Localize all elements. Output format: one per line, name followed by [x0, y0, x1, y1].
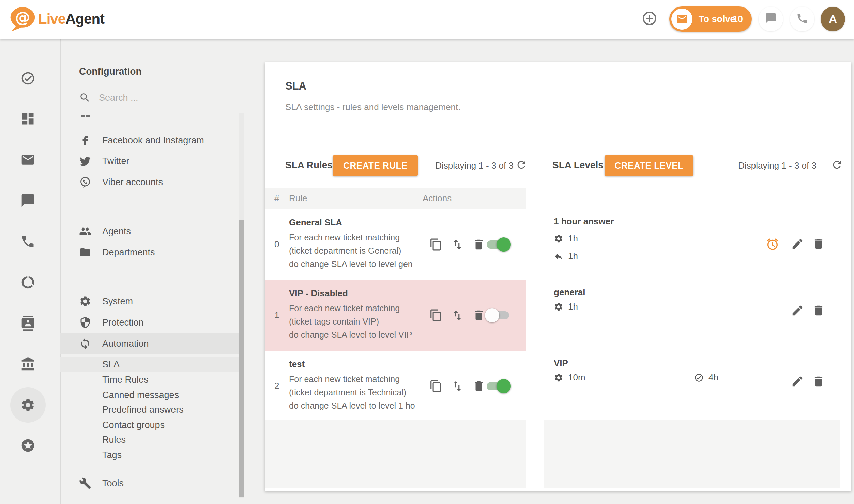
- delete-level-button[interactable]: [812, 375, 825, 388]
- rule-description-line: (ticket department is General): [289, 244, 423, 257]
- edit-level-button[interactable]: [791, 304, 804, 317]
- config-search-input[interactable]: [98, 90, 236, 106]
- config-item-contact-groups[interactable]: Contact groups: [60, 418, 239, 432]
- config-item-viber-accounts[interactable]: Viber accounts: [60, 172, 239, 192]
- configuration-title: Configuration: [79, 66, 142, 77]
- create-rule-button[interactable]: CREATE RULE: [333, 155, 418, 176]
- reorder-rule-button[interactable]: [451, 309, 464, 322]
- config-item-time-rules[interactable]: Time Rules: [60, 372, 239, 387]
- rail-chat-icon[interactable]: [20, 193, 35, 208]
- config-item-system[interactable]: System: [60, 291, 239, 312]
- rail-dashboard-icon[interactable]: [20, 111, 35, 126]
- search-underline: [79, 108, 239, 108]
- sla-levels-toolbar: SLA Levels CREATE LEVEL Displaying 1 - 3…: [544, 144, 840, 188]
- envelope-icon: [671, 9, 692, 30]
- config-item-sla[interactable]: SLA: [60, 357, 239, 372]
- edit-level-button[interactable]: [791, 375, 804, 388]
- config-item-tags[interactable]: Tags: [60, 447, 239, 462]
- rule-description: For each new ticket matching(ticket depa…: [289, 231, 423, 271]
- menu-divider: [79, 278, 239, 278]
- config-item-twitter[interactable]: Twitter: [60, 151, 239, 171]
- sla-rules-title: SLA Rules: [285, 160, 333, 171]
- rail-contacts-icon[interactable]: [20, 316, 35, 331]
- sla-rule-row: 1VIP - DisabledFor each new ticket match…: [265, 280, 526, 351]
- rule-description: For each new ticket matching(ticket depa…: [289, 373, 423, 412]
- level-name: general: [554, 287, 585, 298]
- config-item-departments[interactable]: Departments: [60, 242, 239, 263]
- logo-text: LiveAgent: [38, 11, 104, 27]
- rail-bank-icon[interactable]: [20, 357, 35, 372]
- config-item-label: Rules: [102, 435, 126, 445]
- col-actions: Actions: [423, 193, 452, 204]
- rail-phone-icon[interactable]: [20, 234, 35, 249]
- rail-check-circle-icon[interactable]: [20, 71, 35, 86]
- reorder-rule-button[interactable]: [451, 238, 464, 251]
- gear-icon: [554, 234, 563, 243]
- delete-rule-button[interactable]: [472, 380, 485, 393]
- edit-level-button[interactable]: [791, 237, 804, 250]
- metric-value: 10m: [568, 372, 585, 383]
- delete-level-button[interactable]: [812, 237, 825, 250]
- level-name: VIP: [554, 358, 568, 368]
- metric-value: 1h: [568, 251, 578, 262]
- rule-enabled-toggle[interactable]: [485, 237, 511, 252]
- sla-levels-title: SLA Levels: [552, 160, 604, 171]
- new-ticket-button[interactable]: [637, 7, 662, 31]
- config-item-label: Facebook and Instagram: [102, 135, 204, 146]
- reply-icon: [554, 252, 563, 261]
- rule-description-line: For each new ticket matching: [289, 231, 423, 244]
- rule-enabled-toggle[interactable]: [485, 308, 511, 322]
- config-scrollbar-track[interactable]: [239, 113, 244, 498]
- phone-icon: [796, 12, 808, 26]
- copy-rule-button[interactable]: [429, 238, 442, 251]
- delete-rule-button[interactable]: [472, 238, 485, 251]
- config-item-facebook-and-instagram[interactable]: Facebook and Instagram: [60, 130, 239, 151]
- rail-data-usage-icon[interactable]: [20, 275, 35, 290]
- facebook-icon: [79, 134, 91, 146]
- to-solve-button[interactable]: To solve 10: [669, 6, 752, 32]
- config-item-label: Twitter: [102, 156, 129, 167]
- viber-icon: [79, 176, 91, 188]
- config-item-protection[interactable]: Protection: [60, 312, 239, 333]
- metric-value: 1h: [568, 233, 578, 244]
- rail-settings-icon[interactable]: [20, 397, 35, 412]
- rail-email-icon[interactable]: [20, 152, 35, 167]
- metric-value: 4h: [708, 372, 718, 383]
- wrench-icon: [79, 477, 91, 489]
- rule-description-line: do change SLA level to level VIP: [289, 328, 423, 342]
- liveagent-logo[interactable]: @ LiveAgent: [7, 6, 104, 32]
- config-item-partial[interactable]: [81, 115, 90, 117]
- rule-enabled-toggle[interactable]: [485, 379, 511, 393]
- chats-button[interactable]: [759, 7, 783, 31]
- logo-bubble-icon: @: [7, 6, 35, 32]
- sla-rule-row: 0General SLAFor each new ticket matching…: [265, 209, 526, 280]
- rule-number: 2: [274, 381, 279, 391]
- level-alarm-button[interactable]: [766, 237, 779, 250]
- rules-refresh-icon[interactable]: [516, 159, 527, 171]
- config-scrollbar-thumb[interactable]: [239, 220, 244, 497]
- to-solve-label: To solve: [699, 14, 735, 25]
- rule-description-line: (ticket department is Technical): [289, 386, 423, 399]
- config-item-rules[interactable]: Rules: [60, 432, 239, 447]
- sidebar-rail: [0, 39, 61, 504]
- delete-level-button[interactable]: [812, 304, 825, 317]
- user-avatar[interactable]: A: [821, 7, 845, 31]
- create-level-button[interactable]: CREATE LEVEL: [605, 155, 693, 176]
- rail-star-icon[interactable]: [20, 438, 35, 453]
- copy-rule-button[interactable]: [429, 380, 442, 393]
- config-item-predefined-answers[interactable]: Predefined answers: [60, 402, 239, 417]
- config-item-label: Agents: [102, 226, 131, 237]
- config-item-agents[interactable]: Agents: [60, 221, 239, 241]
- config-item-tools[interactable]: Tools: [60, 473, 239, 493]
- levels-refresh-icon[interactable]: [831, 159, 843, 171]
- reorder-rule-button[interactable]: [451, 380, 464, 393]
- config-item-canned-messages[interactable]: Canned messages: [60, 388, 239, 403]
- level-metric: 10m: [554, 372, 585, 383]
- copy-rule-button[interactable]: [429, 309, 442, 322]
- calls-button[interactable]: [790, 7, 814, 31]
- rule-name: General SLA: [289, 217, 342, 228]
- config-item-label: Time Rules: [102, 375, 149, 385]
- delete-rule-button[interactable]: [472, 309, 485, 322]
- config-item-automation[interactable]: Automation: [60, 333, 239, 354]
- twitter-icon: [79, 155, 91, 167]
